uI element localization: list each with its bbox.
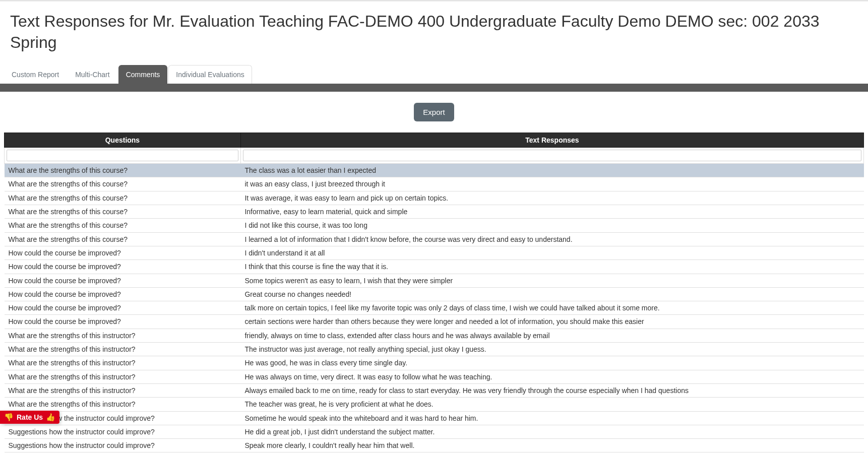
header-questions[interactable]: Questions <box>5 133 241 148</box>
table-row[interactable]: Suggestions how the instructor could imp… <box>5 411 864 425</box>
table-row[interactable]: What are the strengths of this course?I … <box>5 232 864 246</box>
response-cell: talk more on certain topics, I feel like… <box>240 301 863 315</box>
response-cell: Always emailed back to me on time, ready… <box>240 383 863 397</box>
response-cell: The class was a lot easier than I expect… <box>240 164 863 177</box>
export-button[interactable]: Export <box>414 103 454 121</box>
table-row[interactable]: Suggestions how the instructor could imp… <box>5 425 864 438</box>
question-cell: How could the course be improved? <box>5 260 241 274</box>
question-cell: Suggestions how the instructor could imp… <box>5 439 241 452</box>
question-cell: What are the strengths of this course? <box>5 164 241 177</box>
question-cell: What are the strengths of this course? <box>5 191 241 205</box>
response-cell: I didn't understand it at all <box>240 246 863 260</box>
response-cell: I think that this course is fine the way… <box>240 260 863 274</box>
response-cell: friendly, always on time to class, exten… <box>240 329 863 342</box>
question-cell: How could the course be improved? <box>5 274 241 287</box>
table-row[interactable]: How could the course be improved?I didn'… <box>5 246 864 260</box>
response-cell: He did a great job, I just didn't unders… <box>240 425 863 438</box>
question-cell: What are the strengths of this instructo… <box>5 370 241 383</box>
response-cell: The teacher was great, he is very profic… <box>240 398 863 411</box>
table-row[interactable]: How could the course be improved?certain… <box>5 315 864 329</box>
question-cell: What are the strengths of this course? <box>5 205 241 219</box>
question-cell: What are the strengths of this instructo… <box>5 329 241 342</box>
thumbs-up-icon: 👍 <box>46 413 55 422</box>
table-row[interactable]: Suggestions how the instructor could imp… <box>5 439 864 452</box>
question-cell: What are the strengths of this course? <box>5 177 241 191</box>
table-row[interactable]: What are the strengths of this instructo… <box>5 398 864 411</box>
table-row[interactable]: What are the strengths of this instructo… <box>5 356 864 370</box>
table-row[interactable]: What are the strengths of this course?It… <box>5 191 864 205</box>
question-cell: What are the strengths of this course? <box>5 219 241 232</box>
tab-underline-bar <box>0 84 868 92</box>
tab-comments[interactable]: Comments <box>118 65 168 84</box>
table-row[interactable]: How could the course be improved?Some to… <box>5 274 864 287</box>
tab-individual-evaluations[interactable]: Individual Evaluations <box>168 65 252 84</box>
response-cell: Sometime he would speak into the whitebo… <box>240 411 863 425</box>
table-row[interactable]: How could the course be improved?Great c… <box>5 287 864 301</box>
table-row[interactable]: What are the strengths of this instructo… <box>5 343 864 356</box>
thumbs-down-icon: 👎 <box>4 413 14 422</box>
response-cell: He was always on time, very direct. It w… <box>240 370 863 383</box>
table-row[interactable]: What are the strengths of this instructo… <box>5 370 864 383</box>
question-cell: How could the course be improved? <box>5 315 241 329</box>
response-cell: Some topics weren't as easy to learn, I … <box>240 274 863 287</box>
table-row[interactable]: What are the strengths of this course?Th… <box>5 164 864 177</box>
tab-custom-report[interactable]: Custom Report <box>4 65 67 84</box>
question-cell: How could the course be improved? <box>5 246 241 260</box>
tabs: Custom Report Multi-Chart Comments Indiv… <box>0 65 868 84</box>
response-cell: it was an easy class, I just breezed thr… <box>240 177 863 191</box>
question-cell: What are the strengths of this instructo… <box>5 343 241 356</box>
header-responses[interactable]: Text Responses <box>240 133 863 148</box>
filter-responses-input[interactable] <box>243 150 861 161</box>
response-cell: I learned a lot of information that I di… <box>240 232 863 246</box>
response-cell: Great course no changes needed! <box>240 287 863 301</box>
page-title: Text Responses for Mr. Evaluation Teachi… <box>0 2 868 65</box>
response-cell: Informative, easy to learn material, qui… <box>240 205 863 219</box>
tab-multi-chart[interactable]: Multi-Chart <box>68 65 117 84</box>
question-cell: What are the strengths of this instructo… <box>5 398 241 411</box>
question-cell: How could the course be improved? <box>5 287 241 301</box>
table-row[interactable]: How could the course be improved?I think… <box>5 260 864 274</box>
response-cell: I did not like this course, it was too l… <box>240 219 863 232</box>
response-cell: He was good, he was in class every time … <box>240 356 863 370</box>
question-cell: What are the strengths of this instructo… <box>5 356 241 370</box>
question-cell: Suggestions how the instructor could imp… <box>5 425 241 438</box>
response-cell: Speak more clearly, I couldn't really he… <box>240 439 863 452</box>
response-cell: The instructor was just average, not rea… <box>240 343 863 356</box>
table-row[interactable]: What are the strengths of this instructo… <box>5 383 864 397</box>
question-cell: What are the strengths of this course? <box>5 232 241 246</box>
table-row[interactable]: What are the strengths of this course?it… <box>5 177 864 191</box>
rate-us-label: Rate Us <box>17 413 43 421</box>
response-cell: It was average, it was easy to learn and… <box>240 191 863 205</box>
table-row[interactable]: What are the strengths of this instructo… <box>5 329 864 342</box>
filter-questions-input[interactable] <box>7 150 238 161</box>
table-row[interactable]: How could the course be improved?talk mo… <box>5 301 864 315</box>
table-row[interactable]: What are the strengths of this course?In… <box>5 205 864 219</box>
rate-us-button[interactable]: 👎 Rate Us 👍 <box>0 411 59 424</box>
responses-table: Questions Text Responses What are the st… <box>4 133 864 452</box>
table-row[interactable]: What are the strengths of this course?I … <box>5 219 864 232</box>
question-cell: How could the course be improved? <box>5 301 241 315</box>
question-cell: What are the strengths of this instructo… <box>5 383 241 397</box>
response-cell: certain sections were harder than others… <box>240 315 863 329</box>
